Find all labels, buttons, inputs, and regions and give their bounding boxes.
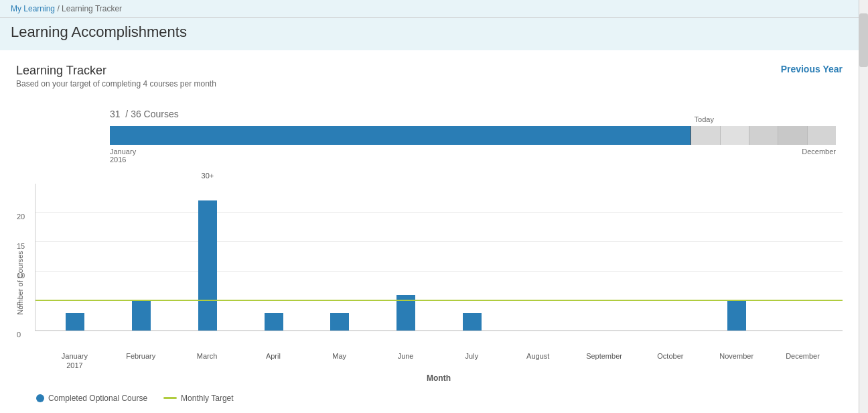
bar-group-june [373,184,439,331]
x-label-april: April [240,351,306,371]
bar-group-october [638,184,704,331]
x-label-october: October [637,351,703,371]
page-header: Learning Accomplishments [0,18,859,50]
page-wrapper: My Learning / Learning Tracker Learning … [0,0,868,413]
bar-november [727,301,746,331]
tracker-title-group: Learning Tracker Based on your target of… [16,64,216,88]
bar-july [463,313,482,331]
page-title: Learning Accomplishments [11,23,848,41]
legend: Completed Optional Course Monthly Target [36,394,843,403]
bar-top-label-march: 30+ [202,172,214,180]
main-content: Learning Tracker Based on your target of… [0,50,859,413]
y-tick-10: 10 [17,272,25,280]
progress-bar-container: Today [110,126,836,164]
courses-total: / 36 Courses [125,109,178,119]
x-label-july: July [439,351,505,371]
bar-label-end: December [802,148,836,164]
legend-item-target: Monthly Target [163,394,234,403]
tracker-header: Learning Tracker Based on your target of… [16,64,843,88]
bar-march [198,200,217,331]
tracker-title: Learning Tracker [16,64,216,78]
bar-group-may [307,184,373,331]
x-axis-title: Month [35,373,843,383]
bar-group-july [439,184,506,331]
courses-completed: 31 [110,109,121,119]
y-tick-15: 15 [17,242,25,250]
chart-inner: 0510152030+ [35,184,843,331]
legend-dot-completed [36,394,44,402]
segment-4 [778,126,806,145]
today-label: Today [695,115,714,123]
bar-april [265,313,283,331]
bar-february [132,301,151,331]
bar-labels: January 2016 December [110,148,836,164]
bar-group-february [108,184,175,331]
legend-target-label: Monthly Target [181,394,234,403]
bar-may [330,313,349,331]
breadcrumb-current: Learning Tracker [62,4,122,13]
x-label-june: June [372,351,439,371]
bar-group-november [704,184,770,331]
bar-group-january [42,184,108,331]
x-label-february: February [108,351,174,371]
bar-group-september [571,184,638,331]
bars-container: 30+ [35,184,843,331]
progress-bar-bg [110,126,836,145]
breadcrumb: My Learning / Learning Tracker [0,0,859,18]
x-label-december: December [770,351,836,371]
previous-year-link[interactable]: Previous Year [781,64,843,74]
segment-1 [691,126,719,145]
legend-line-target [163,397,177,399]
legend-item-completed: Completed Optional Course [36,394,147,403]
y-tick-0: 0 [17,331,21,339]
x-label-march: March [174,351,240,371]
segment-5 [807,126,836,145]
x-axis: January2017FebruaryMarchAprilMayJuneJuly… [35,351,843,371]
bar-group-april [240,184,307,331]
y-tick-20: 20 [17,213,25,221]
today-line [691,126,691,145]
courses-count: 31 / 36 Courses [110,101,836,122]
segment-2 [720,126,749,145]
bar-group-august [505,184,571,331]
tracker-subtitle: Based on your target of completing 4 cou… [16,79,216,88]
bar-label-start: January 2016 [110,148,136,164]
x-label-september: September [571,351,638,371]
scrollbar-thumb[interactable] [859,13,868,67]
chart-area: 0510152030+ January2017FebruaryMarchApri… [35,184,843,383]
bar-january [66,313,84,331]
content-wrapper: My Learning / Learning Tracker Learning … [0,0,859,413]
segment-3 [749,126,778,145]
legend-completed-label: Completed Optional Course [48,394,147,403]
progress-bar-fill [110,126,691,145]
x-label-may: May [306,351,372,371]
scrollbar[interactable] [859,0,868,413]
x-label-august: August [505,351,571,371]
bar-group-march: 30+ [175,184,241,331]
chart-section: Number of Courses 0510152030+ January201… [16,184,843,383]
remaining-segments [691,126,836,145]
y-tick-5: 5 [17,301,21,309]
x-label-november: November [703,351,770,371]
bar-group-december [770,184,836,331]
target-line [35,300,843,301]
progress-section: 31 / 36 Courses Today [110,101,836,164]
x-label-january: January2017 [42,351,108,371]
breadcrumb-link-mylearning[interactable]: My Learning [11,4,55,13]
